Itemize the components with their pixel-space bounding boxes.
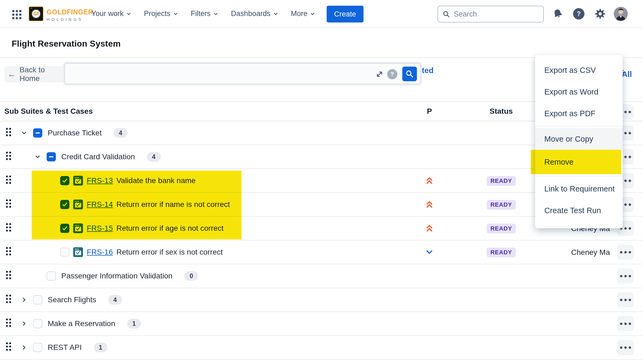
column-status-header: Status (490, 107, 513, 116)
main-nav: Your work Projects Filters Dashboards Mo… (91, 0, 315, 27)
nav-your-work[interactable]: Your work (91, 9, 131, 18)
brand-subtitle: HOLDINGS (47, 17, 93, 22)
drag-handle-icon[interactable] (6, 128, 11, 136)
create-button[interactable]: Create (327, 6, 364, 22)
suite-name[interactable]: Make a Reservation (48, 319, 115, 328)
back-to-home-button[interactable]: ← Back to Home (4, 66, 64, 82)
search-icon (442, 10, 450, 18)
menu-item-link-to-requirement[interactable]: Link to Requirement (535, 178, 623, 200)
suite-checkbox-unchecked[interactable] (33, 295, 42, 304)
expand-search-icon[interactable] (375, 70, 384, 80)
suite-checkbox-indeterminate[interactable] (33, 128, 42, 138)
test-case-key-link[interactable]: FRS-16 (87, 248, 113, 256)
test-case-key-link[interactable]: FRS-13 (87, 176, 113, 185)
priority-low-icon (425, 248, 434, 256)
menu-item-export-csv[interactable]: Export as CSV (535, 59, 623, 81)
suite-search-input[interactable] (70, 65, 374, 82)
menu-item-export-pdf[interactable]: Export as PDF (535, 103, 623, 124)
table-row: REST API 1 (0, 336, 643, 360)
test-case-key-link[interactable]: FRS-15 (87, 224, 113, 233)
chevron-down-icon (273, 11, 278, 17)
suite-name[interactable]: Search Flights (48, 295, 96, 304)
row-more-options-button[interactable] (617, 268, 634, 284)
test-case-title[interactable]: Return error if age is not correct (116, 224, 223, 233)
table-row: FRS-16 Return error if sex is not correc… (0, 240, 643, 264)
notifications-bell-icon[interactable] (552, 0, 563, 27)
app-switcher-icon[interactable] (12, 10, 21, 19)
status-badge: READY (487, 200, 516, 210)
menu-item-export-word[interactable]: Export as Word (535, 81, 623, 103)
nav-projects[interactable]: Projects (144, 9, 178, 18)
collapse-chevron-icon[interactable] (21, 129, 28, 136)
status-badge: READY (487, 248, 516, 257)
status-badge: READY (487, 176, 516, 186)
drag-handle-icon[interactable] (6, 271, 11, 279)
nav-dashboards[interactable]: Dashboards (231, 9, 278, 18)
user-avatar[interactable] (614, 0, 628, 27)
collapse-chevron-icon[interactable] (34, 153, 41, 160)
page-title: Flight Reservation System (12, 39, 121, 49)
test-case-key-link[interactable]: FRS-14 (87, 200, 113, 209)
global-search-input[interactable] (454, 10, 530, 18)
menu-item-remove[interactable]: Remove (535, 150, 623, 174)
drag-handle-icon[interactable] (6, 152, 11, 160)
suite-checkbox-unchecked[interactable] (33, 319, 42, 328)
brand-name: GOLDFINGER (47, 8, 93, 16)
priority-highest-icon (425, 176, 434, 185)
suite-name[interactable]: Credit Card Validation (61, 152, 135, 161)
suite-count-badge: 4 (147, 152, 161, 162)
drag-handle-icon[interactable] (6, 247, 11, 255)
back-arrow-icon: ← (8, 70, 16, 79)
test-case-icon (73, 223, 83, 233)
collapse-all-link[interactable]: All (622, 70, 632, 79)
row-more-options-button[interactable] (617, 340, 634, 355)
menu-item-create-test-run[interactable]: Create Test Run (535, 200, 623, 221)
table-row: Passenger Information Validation 0 (0, 264, 643, 288)
row-more-options-button[interactable] (617, 292, 634, 307)
settings-gear-icon[interactable] (594, 0, 606, 27)
drag-handle-icon[interactable] (6, 199, 11, 208)
column-name-header: Sub Suites & Test Cases (4, 107, 93, 116)
suite-count-badge: 1 (127, 319, 141, 329)
nav-more[interactable]: More (291, 9, 316, 18)
suite-name[interactable]: Passenger Information Validation (61, 272, 172, 280)
test-checkbox-checked[interactable] (60, 176, 69, 185)
test-checkbox-unchecked[interactable] (60, 248, 69, 257)
suite-name[interactable]: Purchase Ticket (48, 129, 102, 137)
priority-highest-icon (425, 200, 434, 209)
test-case-title[interactable]: Return error if name is not correct (116, 200, 230, 209)
suite-checkbox-unchecked[interactable] (47, 271, 56, 281)
menu-item-move-or-copy[interactable]: Move or Copy (535, 128, 623, 150)
suite-checkbox-unchecked[interactable] (33, 343, 42, 352)
suite-checkbox-indeterminate[interactable] (47, 152, 56, 161)
test-case-icon (73, 176, 83, 186)
row-more-options-button[interactable] (617, 245, 634, 260)
brand-logo[interactable]: ™ Gf (29, 6, 43, 21)
brand-monogram-icon: Gf (31, 9, 41, 19)
table-row: Search Flights 4 (0, 288, 643, 312)
context-menu: Export as CSV Export as Word Export as P… (535, 55, 623, 228)
chevron-down-icon (213, 11, 218, 17)
nav-filters[interactable]: Filters (191, 9, 219, 18)
test-checkbox-checked[interactable] (60, 224, 69, 233)
table-row: Make a Reservation 1 (0, 312, 643, 336)
test-checkbox-checked[interactable] (60, 200, 69, 209)
drag-handle-icon[interactable] (6, 176, 11, 184)
drag-handle-icon[interactable] (6, 223, 11, 232)
drag-handle-icon[interactable] (6, 295, 11, 303)
expand-chevron-icon[interactable] (21, 320, 28, 327)
expand-chevron-icon[interactable] (21, 296, 28, 303)
row-more-options-button[interactable] (617, 316, 634, 331)
drag-handle-icon[interactable] (6, 342, 11, 351)
global-search (438, 6, 544, 22)
drag-handle-icon[interactable] (6, 318, 11, 327)
suite-count-badge: 4 (114, 128, 127, 138)
search-submit-button[interactable] (402, 67, 417, 81)
status-badge: READY (487, 224, 516, 233)
expand-chevron-icon[interactable] (21, 344, 28, 351)
search-help-icon[interactable]: ? (387, 69, 397, 79)
help-icon[interactable]: ? (573, 0, 584, 27)
suite-name[interactable]: REST API (48, 343, 82, 352)
test-case-title[interactable]: Return error if sex is not correct (116, 248, 223, 256)
test-case-title[interactable]: Validate the bank name (116, 176, 195, 185)
